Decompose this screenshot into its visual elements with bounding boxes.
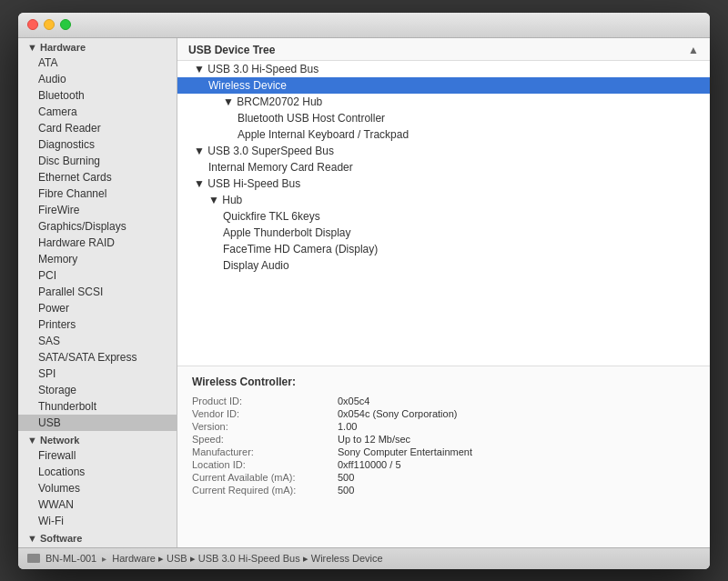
statusbar-device: BN-ML-001 <box>46 553 96 564</box>
traffic-lights <box>27 19 71 30</box>
tree-node-1[interactable]: Wireless Device <box>177 77 710 94</box>
detail-value-3: Up to 12 Mb/sec <box>338 434 410 445</box>
tree-node-2[interactable]: ▼ BRCM20702 Hub <box>177 94 710 110</box>
sidebar-item-storage[interactable]: Storage <box>18 382 177 398</box>
statusbar: BN-ML-001 ▸ Hardware ▸ USB ▸ USB 3.0 Hi-… <box>18 547 710 569</box>
tree-node-label-4: Apple Internal Keyboard / Trackpad <box>238 128 409 141</box>
tree-node-0[interactable]: ▼ USB 3.0 Hi-Speed Bus <box>177 61 710 77</box>
tree-header-label: USB Device Tree <box>188 44 275 56</box>
sidebar-item-power[interactable]: Power <box>18 300 177 316</box>
detail-value-1: 0x054c (Sony Corporation) <box>338 408 457 419</box>
tree-node-label-2: ▼ BRCM20702 Hub <box>223 95 322 108</box>
tree-node-label-7: ▼ USB Hi-Speed Bus <box>194 177 300 190</box>
sidebar-item-audio[interactable]: Audio <box>18 71 177 87</box>
sidebar-section-software[interactable]: ▼ Software <box>18 529 177 546</box>
detail-label-0: Product ID: <box>192 396 338 406</box>
maximize-button[interactable] <box>60 19 71 30</box>
tree-node-label-3: Bluetooth USB Host Controller <box>238 112 385 125</box>
detail-row-0: Product ID:0x05c4 <box>192 396 695 406</box>
sidebar-item-accessibility[interactable]: Accessibility <box>18 546 177 547</box>
minimize-button[interactable] <box>44 19 55 30</box>
main-header: USB Device Tree ▲ <box>177 38 710 61</box>
sidebar-item-firewire[interactable]: FireWire <box>18 202 177 218</box>
sidebar-item-hardware-raid[interactable]: Hardware RAID <box>18 235 177 251</box>
sidebar-section-hardware[interactable]: ▼ Hardware <box>18 38 177 55</box>
detail-row-3: Speed:Up to 12 Mb/sec <box>192 434 695 445</box>
sidebar-item-usb[interactable]: USB <box>18 415 177 431</box>
sidebar-item-sas[interactable]: SAS <box>18 333 177 349</box>
sidebar-item-printers[interactable]: Printers <box>18 316 177 333</box>
tree-node-5[interactable]: ▼ USB 3.0 SuperSpeed Bus <box>177 143 710 159</box>
tree-node-label-8: ▼ Hub <box>208 194 242 206</box>
sidebar-item-wi-fi[interactable]: Wi-Fi <box>18 513 177 529</box>
tree-node-label-11: FaceTime HD Camera (Display) <box>223 243 378 255</box>
tree-node-label-5: ▼ USB 3.0 SuperSpeed Bus <box>194 145 334 157</box>
detail-value-4: Sony Computer Entertainment <box>338 446 472 457</box>
tree-node-9[interactable]: Quickfire TKL 6keys <box>177 208 710 225</box>
detail-row-1: Vendor ID:0x054c (Sony Corporation) <box>192 408 695 419</box>
content-area: ▼ HardwareATAAudioBluetoothCameraCard Re… <box>18 38 710 547</box>
detail-label-2: Version: <box>192 421 338 432</box>
sidebar-item-bluetooth[interactable]: Bluetooth <box>18 87 177 104</box>
tree-node-11[interactable]: FaceTime HD Camera (Display) <box>177 241 710 257</box>
tree-node-6[interactable]: Internal Memory Card Reader <box>177 159 710 175</box>
tree-area[interactable]: ▼ USB 3.0 Hi-Speed BusWireless Device▼ B… <box>177 61 710 366</box>
sidebar: ▼ HardwareATAAudioBluetoothCameraCard Re… <box>18 38 177 547</box>
collapse-icon[interactable]: ▲ <box>688 44 699 56</box>
sidebar-item-thunderbolt[interactable]: Thunderbolt <box>18 398 177 415</box>
detail-area: Wireless Controller: Product ID:0x05c4Ve… <box>177 366 710 547</box>
detail-label-7: Current Required (mA): <box>192 485 338 496</box>
sidebar-item-card-reader[interactable]: Card Reader <box>18 120 177 136</box>
sidebar-item-sata-sata-express[interactable]: SATA/SATA Express <box>18 349 177 366</box>
sidebar-item-volumes[interactable]: Volumes <box>18 480 177 496</box>
sidebar-item-spi[interactable]: SPI <box>18 366 177 382</box>
tree-node-label-1: Wireless Device <box>208 79 287 92</box>
detail-value-6: 500 <box>338 472 354 483</box>
tree-node-label-10: Apple Thunderbolt Display <box>223 226 351 239</box>
detail-row-6: Current Available (mA):500 <box>192 472 695 483</box>
main-window: ▼ HardwareATAAudioBluetoothCameraCard Re… <box>18 13 710 569</box>
sidebar-item-fibre-channel[interactable]: Fibre Channel <box>18 185 177 202</box>
detail-row-4: Manufacturer:Sony Computer Entertainment <box>192 446 695 457</box>
tree-node-4[interactable]: Apple Internal Keyboard / Trackpad <box>177 126 710 143</box>
sidebar-item-wwan[interactable]: WWAN <box>18 496 177 513</box>
sidebar-item-parallel-scsi[interactable]: Parallel SCSI <box>18 284 177 300</box>
tree-node-label-0: ▼ USB 3.0 Hi-Speed Bus <box>194 63 318 75</box>
tree-node-label-12: Display Audio <box>223 259 289 272</box>
sidebar-section-network[interactable]: ▼ Network <box>18 431 177 447</box>
sidebar-item-memory[interactable]: Memory <box>18 251 177 267</box>
tree-node-3[interactable]: Bluetooth USB Host Controller <box>177 110 710 126</box>
sidebar-item-firewall[interactable]: Firewall <box>18 447 177 464</box>
tree-node-label-9: Quickfire TKL 6keys <box>223 210 320 223</box>
sidebar-item-graphics-displays[interactable]: Graphics/Displays <box>18 218 177 235</box>
detail-label-3: Speed: <box>192 434 338 445</box>
tree-node-10[interactable]: Apple Thunderbolt Display <box>177 225 710 241</box>
detail-value-7: 500 <box>338 485 354 496</box>
tree-node-label-6: Internal Memory Card Reader <box>208 161 353 174</box>
tree-node-7[interactable]: ▼ USB Hi-Speed Bus <box>177 175 710 192</box>
sidebar-item-ata[interactable]: ATA <box>18 55 177 71</box>
close-button[interactable] <box>27 19 38 30</box>
sidebar-item-locations[interactable]: Locations <box>18 464 177 480</box>
detail-label-4: Manufacturer: <box>192 446 338 457</box>
sidebar-item-camera[interactable]: Camera <box>18 104 177 120</box>
detail-rows: Product ID:0x05c4Vendor ID:0x054c (Sony … <box>192 396 695 496</box>
detail-row-7: Current Required (mA):500 <box>192 485 695 496</box>
sidebar-item-ethernet-cards[interactable]: Ethernet Cards <box>18 169 177 185</box>
tree-node-12[interactable]: Display Audio <box>177 257 710 274</box>
sidebar-item-disc-burning[interactable]: Disc Burning <box>18 153 177 169</box>
main-panel: USB Device Tree ▲ ▼ USB 3.0 Hi-Speed Bus… <box>177 38 710 547</box>
tree-node-8[interactable]: ▼ Hub <box>177 192 710 208</box>
detail-row-5: Location ID:0xff110000 / 5 <box>192 459 695 470</box>
detail-label-6: Current Available (mA): <box>192 472 338 483</box>
detail-label-5: Location ID: <box>192 459 338 470</box>
device-icon <box>27 554 40 563</box>
detail-value-2: 1.00 <box>338 421 357 432</box>
detail-row-2: Version:1.00 <box>192 421 695 432</box>
titlebar <box>18 13 710 38</box>
detail-label-1: Vendor ID: <box>192 408 338 419</box>
sidebar-item-diagnostics[interactable]: Diagnostics <box>18 136 177 153</box>
detail-value-5: 0xff110000 / 5 <box>338 459 401 470</box>
sidebar-item-pci[interactable]: PCI <box>18 267 177 284</box>
detail-title: Wireless Controller: <box>192 376 695 388</box>
